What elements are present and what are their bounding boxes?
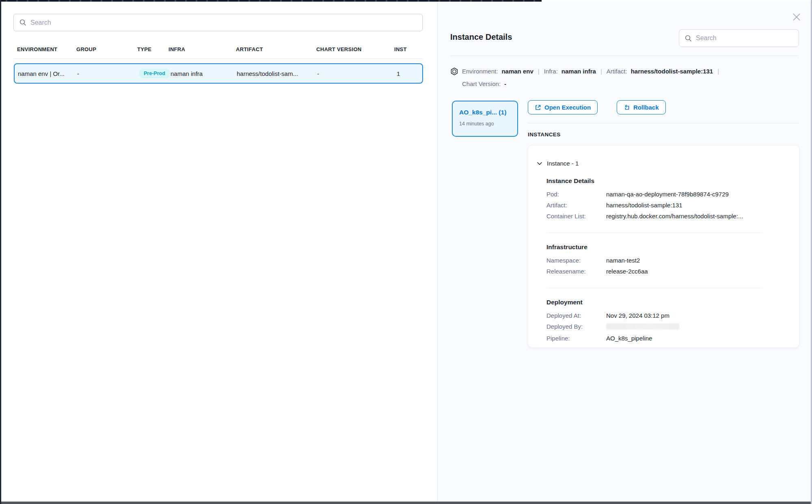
deployment-section: Deployment Deployed At: Nov 29, 2024 03:… [536, 299, 789, 344]
col-environment: ENVIRONMENT [17, 46, 57, 52]
kv-label: Pipeline: [546, 333, 606, 344]
kv-row-pipeline: Pipeline: AO_k8s_pipeline [546, 333, 789, 344]
col-infra: INFRA [168, 46, 185, 52]
window-left-edge [0, 0, 1, 504]
instance-details-section: Instance Details Pod: naman-qa-ao-deploy… [536, 177, 789, 222]
kv-label: Artifact: [546, 200, 606, 211]
table-row-selected[interactable]: naman env | Or... - Pre-Prod naman infra… [14, 63, 423, 84]
table-header: ENVIRONMENT GROUP TYPE INFRA ARTIFACT CH… [1, 46, 437, 55]
separator: | [600, 66, 603, 77]
summary-line-2: Chart Version: - [450, 78, 799, 89]
rollback-icon [624, 104, 630, 111]
kv-row-namespace: Namespace: naman-test2 [546, 255, 789, 266]
search-icon [19, 19, 26, 26]
redacted-deployed-by-value [606, 323, 679, 330]
kv-row-pod: Pod: naman-qa-ao-deployment-78f9b89874-c… [546, 189, 789, 200]
kv-row-releasename: Releasename: release-2cc6aa [546, 266, 789, 277]
card-divider [546, 288, 762, 288]
environment-hexagon-icon [450, 67, 458, 75]
rollback-button[interactable]: Rollback [617, 100, 666, 114]
kv-value: Nov 29, 2024 03:12 pm [606, 310, 669, 321]
kv-label: Releasename: [546, 266, 606, 277]
kv-row-container-list: Container List: registry.hub.docker.com/… [546, 211, 789, 222]
execution-time: 14 minutes ago [459, 121, 517, 127]
kv-value: naman-test2 [606, 255, 640, 266]
section-heading: Instance Details [546, 177, 789, 185]
separator: | [717, 66, 720, 77]
col-chart-version: CHART VERSION [316, 46, 362, 52]
cell-group: - [77, 70, 79, 77]
header-divider [13, 58, 423, 59]
section-heading: Infrastructure [546, 243, 789, 251]
kv-label: Pod: [546, 189, 606, 200]
cell-infra: naman infra [171, 70, 203, 77]
deployments-page: ENVIRONMENT GROUP TYPE INFRA ARTIFACT CH… [0, 0, 812, 504]
kv-row-deployed-at: Deployed At: Nov 29, 2024 03:12 pm [546, 310, 789, 321]
open-execution-button[interactable]: Open Execution [528, 100, 598, 114]
cell-type: Pre-Prod [139, 69, 170, 78]
kv-row-deployed-by: Deployed By: [546, 321, 789, 333]
col-type: TYPE [137, 46, 151, 52]
kv-row-artifact: Artifact: harness/todolist-sample:131 [546, 200, 789, 211]
cell-chart-version: - [317, 70, 319, 77]
infra-label: Infra: [544, 66, 558, 77]
kv-value: naman-qa-ao-deployment-78f9b89874-c9729 [606, 189, 729, 200]
environment-label: Environment: [462, 66, 498, 77]
instance-details-drawer: Instance Details Environment: naman env … [437, 2, 811, 502]
execution-card-selected[interactable]: AO_k8s_pi... (1) 14 minutes ago [452, 101, 518, 137]
cell-inst: 1 [397, 70, 400, 77]
artifact-label: Artifact: [607, 66, 627, 77]
col-inst: INST [394, 46, 407, 52]
instance-accordion-header[interactable]: Instance - 1 [536, 160, 789, 167]
artifact-value: harness/todolist-sample:131 [631, 66, 713, 77]
chevron-down-icon [536, 160, 543, 167]
instance-card: Instance - 1 Instance Details Pod: naman… [528, 145, 799, 348]
chart-version-label: Chart Version: [462, 78, 501, 89]
search-input[interactable] [30, 19, 417, 26]
chart-version-value: - [504, 78, 506, 89]
external-link-icon [535, 104, 541, 111]
close-icon [792, 12, 801, 22]
kv-label: Deployed At: [546, 310, 606, 321]
kv-value: harness/todolist-sample:131 [606, 200, 682, 211]
drawer-search-input[interactable] [679, 29, 799, 47]
separator: | [537, 66, 540, 77]
title-divider [450, 56, 799, 56]
infrastructure-section: Infrastructure Namespace: naman-test2 Re… [536, 243, 789, 277]
instances-section-label: INSTANCES [528, 131, 561, 138]
environment-value: naman env [501, 66, 533, 77]
instance-title: Instance - 1 [547, 160, 579, 167]
rollback-label: Rollback [633, 104, 659, 111]
search-input[interactable] [696, 34, 793, 42]
col-artifact: ARTIFACT [236, 46, 263, 52]
drawer-title: Instance Details [450, 32, 512, 42]
open-execution-label: Open Execution [544, 104, 591, 111]
infra-value: naman infra [561, 66, 596, 77]
kv-value: registry.hub.docker.com/harness/todolist… [606, 211, 743, 222]
table-search-input[interactable] [13, 14, 423, 31]
environments-table-panel: ENVIRONMENT GROUP TYPE INFRA ARTIFACT CH… [1, 2, 437, 502]
cell-environment: naman env | Or... [18, 70, 65, 77]
deployment-summary: Environment: naman env | Infra: naman in… [450, 66, 799, 89]
card-divider [546, 233, 762, 233]
kv-label: Namespace: [546, 255, 606, 266]
pre-prod-badge: Pre-Prod [139, 69, 170, 78]
search-icon [685, 35, 692, 42]
summary-line-1: Environment: naman env | Infra: naman in… [450, 66, 799, 77]
execution-name: AO_k8s_pi... (1) [459, 109, 517, 116]
cell-artifact: harness/todolist-sam... [237, 70, 298, 77]
kv-value: AO_k8s_pipeline [606, 333, 652, 344]
kv-value: release-2cc6aa [606, 266, 648, 277]
section-divider [527, 123, 799, 123]
kv-label: Container List: [546, 211, 606, 222]
section-heading: Deployment [546, 299, 789, 306]
window-bottom-bar [0, 502, 812, 504]
close-drawer-button[interactable] [790, 11, 803, 24]
kv-label: Deployed By: [546, 321, 606, 333]
col-group: GROUP [76, 46, 96, 52]
